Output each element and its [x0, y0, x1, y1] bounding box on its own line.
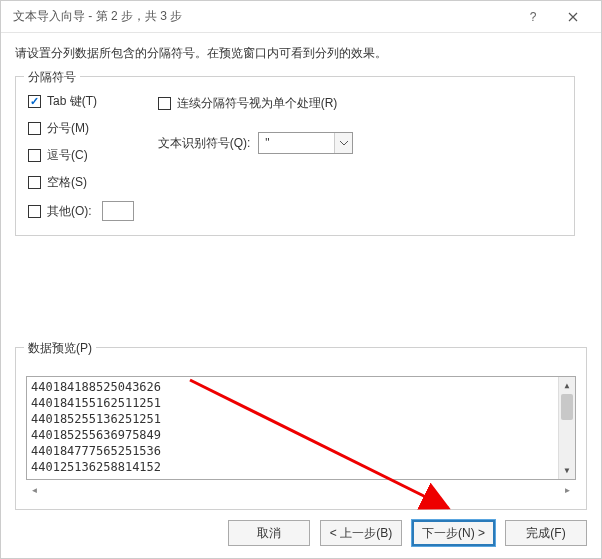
scroll-down-icon[interactable]: ▼	[559, 462, 575, 479]
consecutive-label: 连续分隔符号视为单个处理(R)	[177, 95, 338, 112]
delimiter-group-title: 分隔符号	[24, 69, 80, 86]
cancel-button[interactable]: 取消	[228, 520, 310, 546]
finish-button[interactable]: 完成(F)	[505, 520, 587, 546]
scroll-right-icon[interactable]: ►	[559, 482, 576, 499]
preview-box: 440184188525043626 440184155162511251 44…	[26, 376, 576, 480]
wizard-window: 文本导入向导 - 第 2 步，共 3 步 ? 请设置分列数据所包含的分隔符号。在…	[0, 0, 602, 559]
scroll-left-icon[interactable]: ◄	[26, 482, 43, 499]
delimiter-comma-label: 逗号(C)	[47, 147, 88, 164]
delimiter-tab-checkbox[interactable]	[28, 95, 41, 108]
delimiter-space-checkbox[interactable]	[28, 176, 41, 189]
close-button[interactable]	[553, 3, 593, 31]
delimiter-tab-label: Tab 键(T)	[47, 93, 97, 110]
scroll-up-icon[interactable]: ▲	[559, 377, 575, 394]
preview-vscroll[interactable]: ▲ ▼	[558, 377, 575, 479]
preview-content: 440184188525043626 440184155162511251 44…	[27, 377, 558, 479]
consecutive-checkbox[interactable]	[158, 97, 171, 110]
delimiter-space-label: 空格(S)	[47, 174, 87, 191]
delimiter-tab-row[interactable]: Tab 键(T)	[28, 93, 134, 110]
text-qualifier-select[interactable]: "	[258, 132, 353, 154]
delimiter-semicolon-label: 分号(M)	[47, 120, 89, 137]
content-area: 请设置分列数据所包含的分隔符号。在预览窗口内可看到分列的效果。 分隔符号 Tab…	[1, 33, 601, 510]
delimiter-other-label: 其他(O):	[47, 203, 92, 220]
instruction-text: 请设置分列数据所包含的分隔符号。在预览窗口内可看到分列的效果。	[15, 45, 587, 62]
help-button[interactable]: ?	[513, 3, 553, 31]
delimiter-space-row[interactable]: 空格(S)	[28, 174, 134, 191]
text-qualifier-value: "	[259, 136, 334, 150]
close-icon	[568, 12, 578, 22]
delimiter-group: 分隔符号 Tab 键(T) 分号(M) 逗号(C) 空格(S)	[15, 76, 575, 236]
titlebar: 文本导入向导 - 第 2 步，共 3 步 ?	[1, 1, 601, 33]
preview-group-title: 数据预览(P)	[24, 340, 96, 357]
preview-hscroll[interactable]: ◄ ►	[26, 482, 576, 499]
delimiter-extras: 连续分隔符号视为单个处理(R) 文本识别符号(Q): "	[158, 91, 354, 154]
window-title: 文本导入向导 - 第 2 步，共 3 步	[13, 8, 513, 25]
delimiter-semicolon-row[interactable]: 分号(M)	[28, 120, 134, 137]
text-qualifier-row: 文本识别符号(Q): "	[158, 132, 354, 154]
footer-buttons: 取消 < 上一步(B) 下一步(N) > 完成(F)	[1, 510, 601, 558]
delimiter-comma-checkbox[interactable]	[28, 149, 41, 162]
next-button[interactable]: 下一步(N) >	[412, 520, 495, 546]
back-button[interactable]: < 上一步(B)	[320, 520, 402, 546]
delimiter-other-row[interactable]: 其他(O):	[28, 201, 134, 221]
consecutive-row[interactable]: 连续分隔符号视为单个处理(R)	[158, 95, 354, 112]
delimiter-options: Tab 键(T) 分号(M) 逗号(C) 空格(S) 其他(O):	[28, 91, 134, 221]
scroll-thumb[interactable]	[561, 394, 573, 420]
delimiter-other-checkbox[interactable]	[28, 205, 41, 218]
delimiter-other-input[interactable]	[102, 201, 134, 221]
chevron-down-icon	[334, 133, 352, 153]
text-qualifier-label: 文本识别符号(Q):	[158, 135, 251, 152]
delimiter-semicolon-checkbox[interactable]	[28, 122, 41, 135]
preview-group: 数据预览(P) 440184188525043626 4401841551625…	[15, 347, 587, 510]
hscroll-track[interactable]	[43, 482, 559, 499]
delimiter-comma-row[interactable]: 逗号(C)	[28, 147, 134, 164]
